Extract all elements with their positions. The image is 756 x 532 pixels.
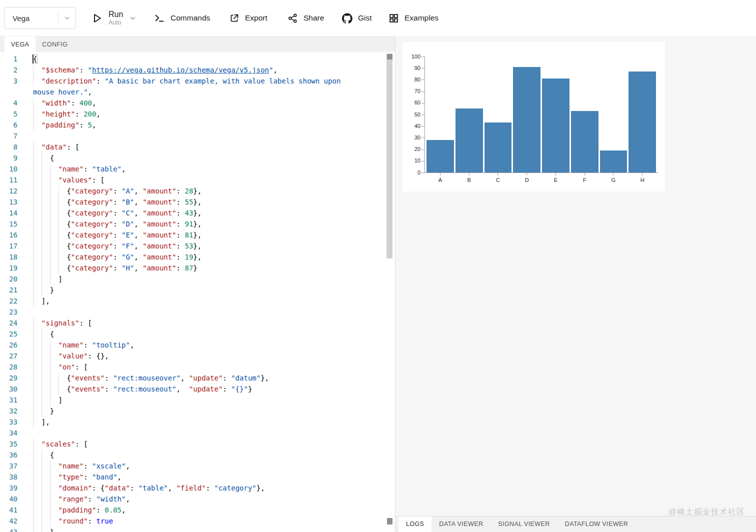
code-row[interactable]: 3 "description": "A basic bar chart exam… — [0, 76, 345, 86]
code-row[interactable]: 35 "scales": [ — [0, 438, 345, 450]
tab-logs[interactable]: LOGS — [398, 516, 432, 532]
x-tick-mark — [469, 173, 470, 176]
code-row[interactable]: 7 — [0, 130, 345, 142]
code-row[interactable]: 32 } — [0, 406, 345, 416]
code-lines: 1{2 "$schema": "https://vega.github.io/s… — [0, 54, 345, 532]
x-tick-label: F — [571, 177, 598, 183]
commands-button[interactable]: Commands — [154, 0, 210, 36]
export-button[interactable]: Export — [229, 0, 268, 36]
x-tick-mark — [642, 173, 642, 176]
code-row[interactable]: 12 {"category": "A", "amount": 28}, — [0, 186, 345, 196]
code-row[interactable]: 21 } — [0, 284, 345, 296]
editor-scrollbar[interactable] — [386, 52, 393, 532]
code-row[interactable]: 40 "range": "width", — [0, 494, 345, 504]
x-axis-cell: A — [426, 173, 454, 183]
gist-label: Gist — [358, 14, 372, 22]
bar-mark[interactable] — [484, 122, 512, 172]
code-row[interactable]: 41 "padding": 0.05, — [0, 504, 345, 516]
code-row[interactable]: 23 — [0, 306, 345, 318]
code-row[interactable]: 24 "signals": [ — [0, 318, 345, 328]
code-row[interactable]: 18 {"category": "G", "amount": 19}, — [0, 252, 345, 262]
gist-button[interactable]: Gist — [342, 0, 372, 36]
code-row[interactable]: 34 — [0, 428, 345, 438]
share-label: Share — [304, 14, 324, 22]
bar-mark[interactable] — [513, 67, 540, 172]
x-tick-label: C — [484, 177, 512, 183]
bar-mark[interactable] — [571, 111, 598, 172]
code-row[interactable]: 33 ], — [0, 416, 345, 428]
y-tick-label: 0 — [402, 170, 420, 176]
y-tick-mark — [422, 92, 424, 92]
y-tick-label: 50 — [402, 112, 420, 118]
code-row[interactable]: 27 "value": {}, — [0, 350, 345, 362]
tab-data-viewer[interactable]: DATA VIEWER — [432, 516, 490, 532]
code-row[interactable]: 6 "padding": 5, — [0, 120, 345, 130]
y-axis-labels: 0102030405060708090100 — [402, 56, 420, 173]
x-axis-cell: B — [456, 173, 483, 183]
code-row[interactable]: 36 { — [0, 450, 345, 460]
code-row[interactable]: 19 {"category": "H", "amount": 87} — [0, 262, 345, 274]
code-editor[interactable]: 1{2 "$schema": "https://vega.github.io/s… — [0, 52, 395, 532]
code-row[interactable]: 28 "on": [ — [0, 362, 345, 372]
export-label: Export — [245, 14, 268, 22]
code-row[interactable]: 22 ], — [0, 296, 345, 306]
visualization-pane: 0102030405060708090100 ABCDEFGH @稀土掘金技术社… — [396, 36, 756, 532]
examples-button[interactable]: Examples — [388, 0, 438, 36]
code-row[interactable]: 9 { — [0, 152, 345, 164]
tab-config[interactable]: CONFIG — [36, 36, 74, 52]
bar-mark[interactable] — [542, 78, 570, 172]
code-row[interactable]: 30 {"events": "rect:mouseout", "update":… — [0, 384, 345, 394]
bar-mark[interactable] — [456, 108, 483, 172]
code-row[interactable]: 17 {"category": "F", "amount": 53}, — [0, 240, 345, 252]
bar-mark[interactable] — [628, 72, 656, 172]
code-row[interactable]: 13 {"category": "B", "amount": 55}, — [0, 196, 345, 208]
code-row[interactable]: 37 "name": "xscale", — [0, 460, 345, 472]
x-tick-label: D — [513, 177, 540, 183]
code-row[interactable]: 29 {"events": "rect:mouseover", "update"… — [0, 372, 345, 384]
code-row[interactable]: 2 "$schema": "https://vega.github.io/sch… — [0, 64, 345, 76]
x-tick-mark — [526, 173, 527, 176]
code-row[interactable]: 14 {"category": "C", "amount": 43}, — [0, 208, 345, 218]
code-row[interactable]: mouse hover.", — [0, 86, 345, 98]
code-row[interactable]: 42 "round": true — [0, 516, 345, 526]
tab-dataflow-viewer[interactable]: DATAFLOW VIEWER — [558, 516, 636, 532]
code-row[interactable]: 5 "height": 200, — [0, 108, 345, 120]
x-tick-mark — [556, 173, 556, 176]
y-tick-mark — [422, 172, 424, 173]
mode-select-value: Vega — [4, 14, 58, 22]
code-row[interactable]: 16 {"category": "E", "amount": 81}, — [0, 230, 345, 240]
bar-mark[interactable] — [426, 140, 454, 172]
tab-signal-viewer[interactable]: SIGNAL VIEWER — [490, 516, 557, 532]
code-row[interactable]: 38 "type": "band", — [0, 472, 345, 482]
code-row[interactable]: 25 { — [0, 328, 345, 340]
x-tick-mark — [584, 173, 585, 176]
mode-select[interactable]: Vega — [4, 7, 76, 29]
vega-editor-window: Vega Run Auto Commands — [0, 0, 756, 532]
code-row[interactable]: 15 {"category": "D", "amount": 91}, — [0, 218, 345, 230]
viewer-tabbar: LOGS DATA VIEWER SIGNAL VIEWER DATAFLOW … — [396, 516, 756, 532]
code-row[interactable]: 31 ] — [0, 394, 345, 406]
code-row[interactable]: 8 "data": [ — [0, 142, 345, 152]
bar-mark[interactable] — [600, 150, 628, 172]
code-row[interactable]: 11 "values": [ — [0, 174, 345, 186]
grid-icon — [388, 13, 399, 24]
code-row[interactable]: 20 ] — [0, 274, 345, 284]
scrollbar-thumb[interactable] — [386, 54, 392, 258]
y-tick-mark — [422, 126, 424, 126]
tab-vega[interactable]: VEGA — [4, 36, 36, 52]
editor-tabstrip: VEGA CONFIG — [0, 36, 395, 52]
code-row[interactable]: 1{ — [0, 54, 345, 64]
chevron-down-icon[interactable] — [128, 14, 137, 22]
x-tick-mark — [613, 173, 614, 176]
x-axis-labels: ABCDEFGH — [425, 173, 658, 183]
code-row[interactable]: 26 "name": "tooltip", — [0, 340, 345, 350]
code-row[interactable]: 39 "domain": {"data": "table", "field": … — [0, 482, 345, 494]
bar-marks — [425, 56, 658, 172]
code-row[interactable]: 43 } — [0, 526, 345, 532]
share-button[interactable]: Share — [288, 0, 324, 36]
code-row[interactable]: 4 "width": 400, — [0, 98, 345, 108]
code-row[interactable]: 10 "name": "table", — [0, 164, 345, 174]
run-button[interactable]: Run Auto — [91, 0, 137, 36]
overview-bottom-marker — [387, 518, 392, 524]
y-tick-label: 80 — [402, 76, 420, 82]
